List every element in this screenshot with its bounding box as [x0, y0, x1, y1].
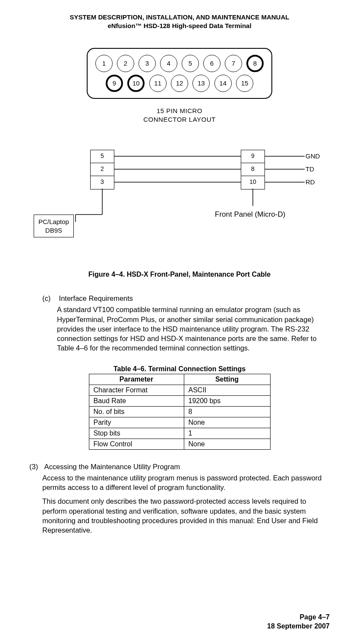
pin-row-top: 12345678 — [95, 55, 264, 72]
figure-caption: Figure 4–4. HSD-X Front-Panel, Maintenan… — [29, 271, 330, 278]
section-c: (c) Interface Requirements A standard VT… — [42, 294, 330, 353]
pc-laptop-box: PC/Laptop DB9S — [34, 215, 74, 237]
header-line2: eNfusion™ HSD-128 High-speed Data Termin… — [29, 22, 330, 30]
doc-header: SYSTEM DESCRIPTION, INSTALLATION, AND MA… — [29, 13, 330, 31]
section-3-p1: Access to the maintenance utility progra… — [42, 473, 330, 492]
pin-11: 11 — [149, 75, 167, 92]
pin-10: 10 — [127, 75, 145, 92]
section-3: (3) Accessing the Maintenance Utility Pr… — [29, 462, 330, 535]
pin-13: 13 — [192, 75, 210, 92]
signal-labels: GND TD RD — [305, 150, 320, 189]
param-cell: Parity — [89, 417, 184, 428]
pin-7: 7 — [225, 55, 242, 72]
front-panel-label: Front Panel (Micro-D) — [215, 210, 285, 219]
pin-row-bottom: 9101112131415 — [95, 75, 264, 92]
setting-cell: 8 — [184, 406, 270, 417]
signal-rd: RD — [305, 176, 320, 189]
section-c-title: Interface Requirements — [59, 294, 133, 303]
connector-label-1: 15 PIN MICRO — [87, 107, 272, 115]
connector-label-2: CONNECTOR LAYOUT — [87, 115, 272, 124]
right-pin-2: 10 — [241, 176, 265, 189]
left-pin-1: 2 — [91, 163, 114, 176]
param-cell: No. of bits — [89, 406, 184, 417]
connector-diagram: 12345678 9101112131415 15 PIN MICRO CONN… — [87, 48, 272, 124]
pin-15: 15 — [236, 75, 253, 92]
connector-box: 12345678 9101112131415 — [87, 48, 272, 99]
header-line1: SYSTEM DESCRIPTION, INSTALLATION, AND MA… — [29, 13, 330, 22]
left-pin-0: 5 — [91, 150, 114, 163]
param-cell: Flow Control — [89, 439, 184, 449]
settings-table: Parameter Setting Character FormatASCIIB… — [89, 374, 271, 450]
section-3-p2: This document only describes the two pas… — [42, 496, 330, 535]
pin-2: 2 — [117, 55, 134, 72]
table-row: Character FormatASCII — [89, 385, 270, 395]
th-setting: Setting — [184, 374, 270, 385]
table-caption: Table 4–6. Terminal Connection Settings — [29, 365, 330, 373]
param-cell: Stop bits — [89, 428, 184, 439]
section-3-title: Accessing the Maintenance Utility Progra… — [44, 462, 180, 471]
pin-8: 8 — [246, 55, 264, 72]
pin-3: 3 — [139, 55, 156, 72]
table-row: ParityNone — [89, 417, 270, 428]
table-row: No. of bits8 — [89, 406, 270, 417]
pin-12: 12 — [171, 75, 188, 92]
setting-cell: 1 — [184, 428, 270, 439]
table-row: Baud Rate19200 bps — [89, 395, 270, 406]
setting-cell: ASCII — [184, 385, 270, 395]
pin-1: 1 — [95, 55, 113, 72]
param-cell: Character Format — [89, 385, 184, 395]
footer: Page 4–7 18 September 2007 — [267, 612, 330, 631]
setting-cell: 19200 bps — [184, 395, 270, 406]
section-3-body: Access to the maintenance utility progra… — [42, 473, 330, 535]
section-c-body: A standard VT100 compatible terminal run… — [57, 305, 330, 353]
section-c-letter: (c) — [42, 294, 57, 303]
pc-line2: DB9S — [38, 226, 69, 235]
signal-gnd: GND — [305, 150, 320, 163]
param-cell: Baud Rate — [89, 395, 184, 406]
setting-cell: None — [184, 417, 270, 428]
footer-date: 18 September 2007 — [267, 622, 330, 631]
section-3-number: (3) — [29, 462, 42, 471]
wire-lines — [29, 150, 331, 249]
pin-14: 14 — [214, 75, 232, 92]
connector-label: 15 PIN MICRO CONNECTOR LAYOUT — [87, 107, 272, 124]
table-row: Flow ControlNone — [89, 439, 270, 449]
table-row: Stop bits1 — [89, 428, 270, 439]
left-pin-2: 3 — [91, 176, 114, 189]
signal-td: TD — [305, 163, 320, 176]
pin-block-left: 5 2 3 — [90, 150, 114, 189]
wiring-diagram: 5 2 3 9 8 10 GND TD RD PC/Laptop DB9S Fr… — [29, 150, 330, 249]
pin-9: 9 — [106, 75, 123, 92]
pin-5: 5 — [182, 55, 199, 72]
pin-block-right: 9 8 10 — [241, 150, 265, 189]
pin-6: 6 — [203, 55, 220, 72]
pin-4: 4 — [160, 55, 177, 72]
setting-cell: None — [184, 439, 270, 449]
th-parameter: Parameter — [89, 374, 184, 385]
footer-page: Page 4–7 — [267, 612, 330, 622]
pc-line1: PC/Laptop — [38, 218, 69, 226]
right-pin-0: 9 — [241, 150, 265, 163]
right-pin-1: 8 — [241, 163, 265, 176]
